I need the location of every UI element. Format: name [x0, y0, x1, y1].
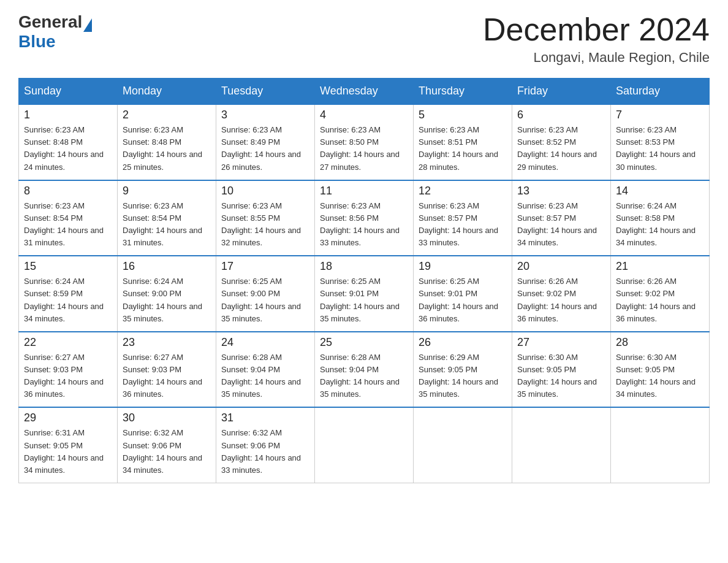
- day-info: Sunrise: 6:23 AMSunset: 8:54 PMDaylight:…: [24, 201, 104, 247]
- calendar-header-tuesday: Tuesday: [216, 79, 315, 105]
- day-number: 21: [616, 260, 704, 273]
- day-number: 11: [320, 185, 408, 197]
- calendar-cell: 25 Sunrise: 6:28 AMSunset: 9:04 PMDaylig…: [315, 332, 414, 408]
- day-info: Sunrise: 6:29 AMSunset: 9:05 PMDaylight:…: [419, 353, 498, 399]
- day-info: Sunrise: 6:30 AMSunset: 9:05 PMDaylight:…: [517, 353, 597, 399]
- day-info: Sunrise: 6:32 AMSunset: 9:06 PMDaylight:…: [123, 428, 202, 474]
- calendar-cell: 30 Sunrise: 6:32 AMSunset: 9:06 PMDaylig…: [118, 407, 216, 483]
- day-info: Sunrise: 6:23 AMSunset: 8:54 PMDaylight:…: [123, 201, 202, 247]
- day-info: Sunrise: 6:23 AMSunset: 8:48 PMDaylight:…: [24, 125, 104, 171]
- calendar-cell: 29 Sunrise: 6:31 AMSunset: 9:05 PMDaylig…: [19, 407, 118, 483]
- day-info: Sunrise: 6:27 AMSunset: 9:03 PMDaylight:…: [24, 353, 104, 399]
- calendar-cell: [611, 407, 710, 483]
- calendar-week-row-5: 29 Sunrise: 6:31 AMSunset: 9:05 PMDaylig…: [19, 407, 710, 483]
- calendar-week-row-3: 15 Sunrise: 6:24 AMSunset: 8:59 PMDaylig…: [19, 256, 710, 332]
- day-info: Sunrise: 6:24 AMSunset: 9:00 PMDaylight:…: [123, 277, 202, 323]
- location-title: Longavi, Maule Region, Chile: [483, 50, 710, 66]
- day-info: Sunrise: 6:24 AMSunset: 8:59 PMDaylight:…: [24, 277, 104, 323]
- logo: General Blue: [18, 12, 92, 52]
- day-number: 27: [517, 336, 605, 349]
- calendar-cell: 7 Sunrise: 6:23 AMSunset: 8:53 PMDayligh…: [611, 104, 710, 180]
- calendar-cell: 26 Sunrise: 6:29 AMSunset: 9:05 PMDaylig…: [414, 332, 512, 408]
- calendar-cell: 23 Sunrise: 6:27 AMSunset: 9:03 PMDaylig…: [118, 332, 216, 408]
- calendar-cell: [414, 407, 512, 483]
- day-info: Sunrise: 6:23 AMSunset: 8:57 PMDaylight:…: [419, 201, 498, 247]
- calendar-table: SundayMondayTuesdayWednesdayThursdayFrid…: [18, 78, 710, 483]
- calendar-cell: 12 Sunrise: 6:23 AMSunset: 8:57 PMDaylig…: [414, 180, 512, 256]
- day-number: 4: [320, 109, 408, 121]
- calendar-cell: [315, 407, 414, 483]
- day-info: Sunrise: 6:23 AMSunset: 8:53 PMDaylight:…: [616, 125, 696, 171]
- day-number: 9: [123, 185, 211, 197]
- calendar-cell: 15 Sunrise: 6:24 AMSunset: 8:59 PMDaylig…: [19, 256, 118, 332]
- day-number: 25: [320, 336, 408, 349]
- day-number: 8: [24, 185, 112, 197]
- day-number: 6: [517, 109, 605, 121]
- day-number: 14: [616, 185, 704, 197]
- calendar-cell: 16 Sunrise: 6:24 AMSunset: 9:00 PMDaylig…: [118, 256, 216, 332]
- calendar-cell: 14 Sunrise: 6:24 AMSunset: 8:58 PMDaylig…: [611, 180, 710, 256]
- day-number: 22: [24, 336, 112, 349]
- calendar-cell: 17 Sunrise: 6:25 AMSunset: 9:00 PMDaylig…: [216, 256, 315, 332]
- day-info: Sunrise: 6:23 AMSunset: 8:48 PMDaylight:…: [123, 125, 202, 171]
- logo-triangle-icon: [83, 18, 92, 32]
- day-number: 23: [123, 336, 211, 349]
- day-number: 15: [24, 260, 112, 273]
- day-info: Sunrise: 6:25 AMSunset: 9:01 PMDaylight:…: [419, 277, 498, 323]
- calendar-week-row-1: 1 Sunrise: 6:23 AMSunset: 8:48 PMDayligh…: [19, 104, 710, 180]
- day-info: Sunrise: 6:31 AMSunset: 9:05 PMDaylight:…: [24, 428, 104, 474]
- day-info: Sunrise: 6:24 AMSunset: 8:58 PMDaylight:…: [616, 201, 696, 247]
- calendar-cell: 18 Sunrise: 6:25 AMSunset: 9:01 PMDaylig…: [315, 256, 414, 332]
- day-info: Sunrise: 6:23 AMSunset: 8:52 PMDaylight:…: [517, 125, 597, 171]
- logo-blue-text: Blue: [18, 32, 92, 52]
- calendar-header-sunday: Sunday: [19, 79, 118, 105]
- day-number: 19: [419, 260, 507, 273]
- calendar-header-thursday: Thursday: [414, 79, 512, 105]
- calendar-cell: 9 Sunrise: 6:23 AMSunset: 8:54 PMDayligh…: [118, 180, 216, 256]
- calendar-cell: 24 Sunrise: 6:28 AMSunset: 9:04 PMDaylig…: [216, 332, 315, 408]
- day-number: 7: [616, 109, 704, 121]
- day-info: Sunrise: 6:32 AMSunset: 9:06 PMDaylight:…: [221, 428, 301, 474]
- calendar-cell: 27 Sunrise: 6:30 AMSunset: 9:05 PMDaylig…: [512, 332, 611, 408]
- calendar-header-wednesday: Wednesday: [315, 79, 414, 105]
- calendar-header-saturday: Saturday: [611, 79, 710, 105]
- day-number: 3: [221, 109, 309, 121]
- title-section: December 2024 Longavi, Maule Region, Chi…: [483, 12, 710, 66]
- day-info: Sunrise: 6:23 AMSunset: 8:49 PMDaylight:…: [221, 125, 301, 171]
- calendar-cell: 4 Sunrise: 6:23 AMSunset: 8:50 PMDayligh…: [315, 104, 414, 180]
- calendar-cell: 28 Sunrise: 6:30 AMSunset: 9:05 PMDaylig…: [611, 332, 710, 408]
- calendar-header-friday: Friday: [512, 79, 611, 105]
- day-info: Sunrise: 6:25 AMSunset: 9:00 PMDaylight:…: [221, 277, 301, 323]
- day-number: 17: [221, 260, 309, 273]
- day-number: 10: [221, 185, 309, 197]
- day-number: 16: [123, 260, 211, 273]
- day-number: 31: [221, 412, 309, 424]
- day-info: Sunrise: 6:30 AMSunset: 9:05 PMDaylight:…: [616, 353, 696, 399]
- calendar-cell: 11 Sunrise: 6:23 AMSunset: 8:56 PMDaylig…: [315, 180, 414, 256]
- calendar-week-row-2: 8 Sunrise: 6:23 AMSunset: 8:54 PMDayligh…: [19, 180, 710, 256]
- calendar-cell: 1 Sunrise: 6:23 AMSunset: 8:48 PMDayligh…: [19, 104, 118, 180]
- day-info: Sunrise: 6:26 AMSunset: 9:02 PMDaylight:…: [616, 277, 696, 323]
- day-number: 29: [24, 412, 112, 424]
- day-info: Sunrise: 6:23 AMSunset: 8:57 PMDaylight:…: [517, 201, 597, 247]
- calendar-cell: 2 Sunrise: 6:23 AMSunset: 8:48 PMDayligh…: [118, 104, 216, 180]
- calendar-cell: 31 Sunrise: 6:32 AMSunset: 9:06 PMDaylig…: [216, 407, 315, 483]
- month-title: December 2024: [483, 12, 710, 47]
- calendar-cell: 8 Sunrise: 6:23 AMSunset: 8:54 PMDayligh…: [19, 180, 118, 256]
- logo-general-text: General: [18, 12, 82, 32]
- day-number: 28: [616, 336, 704, 349]
- day-number: 24: [221, 336, 309, 349]
- day-number: 20: [517, 260, 605, 273]
- day-info: Sunrise: 6:27 AMSunset: 9:03 PMDaylight:…: [123, 353, 202, 399]
- day-info: Sunrise: 6:26 AMSunset: 9:02 PMDaylight:…: [517, 277, 597, 323]
- calendar-cell: 21 Sunrise: 6:26 AMSunset: 9:02 PMDaylig…: [611, 256, 710, 332]
- calendar-cell: 20 Sunrise: 6:26 AMSunset: 9:02 PMDaylig…: [512, 256, 611, 332]
- calendar-cell: 6 Sunrise: 6:23 AMSunset: 8:52 PMDayligh…: [512, 104, 611, 180]
- calendar-week-row-4: 22 Sunrise: 6:27 AMSunset: 9:03 PMDaylig…: [19, 332, 710, 408]
- calendar-cell: 10 Sunrise: 6:23 AMSunset: 8:55 PMDaylig…: [216, 180, 315, 256]
- day-info: Sunrise: 6:23 AMSunset: 8:50 PMDaylight:…: [320, 125, 400, 171]
- day-number: 26: [419, 336, 507, 349]
- day-number: 5: [419, 109, 507, 121]
- day-number: 2: [123, 109, 211, 121]
- day-info: Sunrise: 6:23 AMSunset: 8:55 PMDaylight:…: [221, 201, 301, 247]
